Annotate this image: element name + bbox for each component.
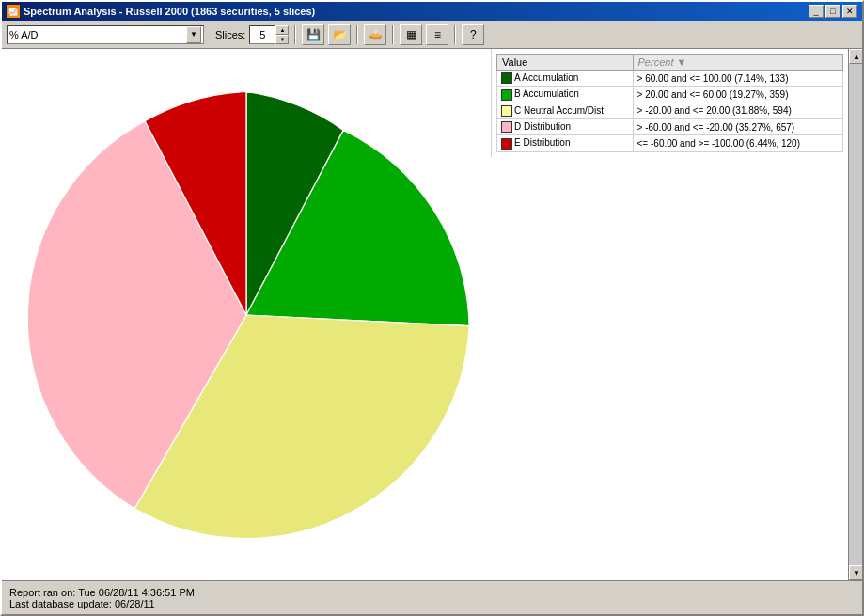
legend-range-0: > 60.00 and <= 100.00 (7.14%, 133) [633,71,842,87]
legend-range-1: > 20.00 and <= 60.00 (19.27%, 359) [633,87,842,103]
separator-1 [294,25,296,44]
legend-range-3: > -60.00 and <= -20.00 (35.27%, 657) [633,119,842,135]
legend-label-0: A Accumulation [497,71,634,87]
chart-area [2,49,491,580]
slices-control: 5 ▲ ▼ [249,25,289,44]
slices-input[interactable]: 5 [249,25,275,44]
save-button[interactable]: 💾 [302,24,324,45]
legend-label-1: B Accumulation [497,87,634,103]
col-percent-header: Percent ▼ [633,55,842,71]
legend-row-4: E Distribution<= -60.00 and >= -100.00 (… [497,135,843,151]
legend-range-4: <= -60.00 and >= -100.00 (6.44%, 120) [633,135,842,151]
dropdown-value: % A/D [9,29,39,40]
help-button[interactable]: ? [462,24,484,45]
legend-spacer [491,157,848,580]
scroll-track [849,64,862,565]
slices-arrows: ▲ ▼ [275,25,289,44]
minimize-button[interactable]: _ [809,5,824,18]
scrollbar-right: ▲ ▼ [848,49,862,580]
col-value-header: Value [497,55,634,71]
legend-color-1 [501,89,512,101]
legend-row-0: A Accumulation> 60.00 and <= 100.00 (7.1… [497,71,843,87]
dropdown-arrow-icon[interactable]: ▼ [186,26,201,43]
grid-button[interactable]: ▦ [400,24,422,45]
maximize-button[interactable]: □ [825,5,840,18]
open-button[interactable]: 📂 [328,24,351,45]
app-icon: 📈 [7,5,20,18]
window-title: Spectrum Analysis - Russell 2000 (1863 s… [24,6,315,17]
analysis-dropdown[interactable]: % A/D ▼ [7,25,204,44]
right-panel: Value Percent ▼ A Accumulation> 60.00 an… [491,49,848,580]
scroll-down-button[interactable]: ▼ [849,565,862,580]
scroll-up-button[interactable]: ▲ [849,49,862,64]
title-buttons: _ □ ✕ [809,5,857,18]
status-bar: Report ran on: Tue 06/28/11 4:36:51 PM L… [2,580,862,614]
legend-label-3: D Distribution [497,119,634,135]
status-line-1: Report ran on: Tue 06/28/11 4:36:51 PM [9,587,855,598]
legend-color-4 [501,138,512,150]
slices-down-arrow[interactable]: ▼ [275,35,289,44]
separator-2 [356,25,358,44]
separator-4 [454,25,456,44]
title-bar-left: 📈 Spectrum Analysis - Russell 2000 (1863… [7,5,315,18]
legend-row-2: C Neutral Accum/Dist> -20.00 and <= 20.0… [497,103,843,118]
slices-up-arrow[interactable]: ▲ [275,25,289,35]
legend-color-3 [501,121,512,133]
main-window: 📈 Spectrum Analysis - Russell 2000 (1863… [0,0,864,616]
close-button[interactable]: ✕ [842,5,857,18]
legend-row-1: B Accumulation> 20.00 and <= 60.00 (19.2… [497,87,843,103]
legend-color-2 [501,105,512,117]
legend-label-4: E Distribution [497,135,634,151]
legend-color-0 [501,72,512,84]
chart-button[interactable]: 🥧 [364,24,386,45]
legend-area: Value Percent ▼ A Accumulation> 60.00 an… [491,49,848,157]
separator-3 [392,25,394,44]
settings-button[interactable]: ≡ [426,24,448,45]
toolbar: % A/D ▼ Slices: 5 ▲ ▼ 💾 📂 🥧 ▦ ≡ ? [2,21,862,49]
legend-table: Value Percent ▼ A Accumulation> 60.00 an… [496,54,843,152]
title-bar: 📈 Spectrum Analysis - Russell 2000 (1863… [2,2,862,21]
legend-label-2: C Neutral Accum/Dist [497,103,634,118]
pie-chart [11,80,481,550]
content-area: Value Percent ▼ A Accumulation> 60.00 an… [2,49,862,580]
legend-row-3: D Distribution> -60.00 and <= -20.00 (35… [497,119,843,135]
legend-range-2: > -20.00 and <= 20.00 (31.88%, 594) [633,103,842,118]
status-line-2: Last database update: 06/28/11 [9,598,855,609]
slices-label: Slices: [215,29,245,40]
